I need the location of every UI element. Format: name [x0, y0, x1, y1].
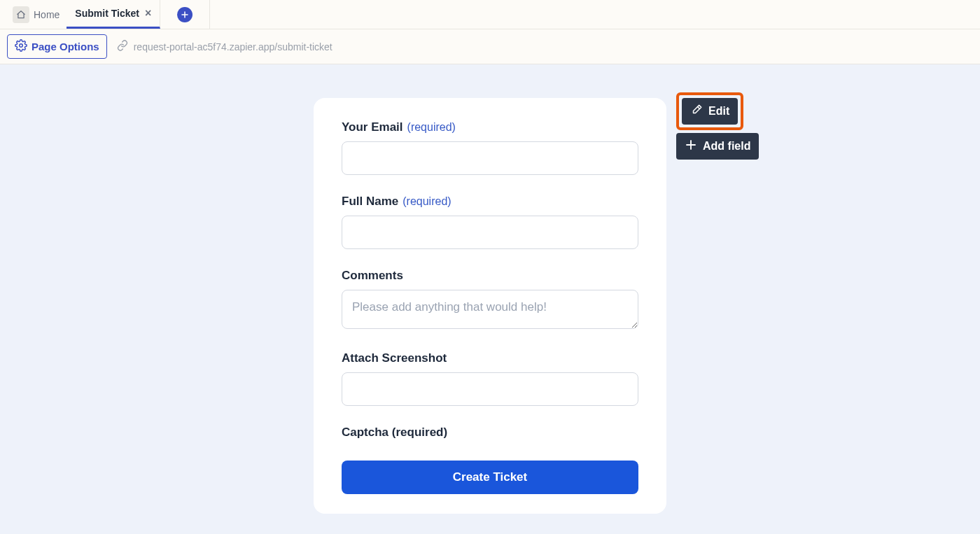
page-options-button[interactable]: Page Options	[7, 34, 107, 59]
field-label: Full Name	[342, 195, 398, 209]
toolbar: Page Options request-portal-ac5f74.zapie…	[0, 29, 980, 64]
create-ticket-button[interactable]: Create Ticket	[342, 461, 638, 494]
tab-active-label: Submit Ticket	[75, 8, 139, 19]
comments-textarea[interactable]	[342, 290, 638, 329]
field-label: Comments	[342, 269, 403, 283]
link-icon	[117, 40, 128, 53]
divider	[209, 0, 210, 29]
edit-button-highlight: Edit	[676, 92, 743, 130]
field-attach-screenshot: Attach Screenshot	[342, 351, 638, 406]
full-name-input[interactable]	[342, 216, 638, 249]
home-icon	[13, 6, 29, 23]
captcha-label: Captcha (required)	[342, 426, 638, 440]
field-label: Your Email	[342, 120, 403, 134]
page-options-label: Page Options	[31, 41, 99, 52]
required-label: (required)	[402, 195, 451, 208]
field-label: Attach Screenshot	[342, 351, 447, 365]
tab-home-label: Home	[34, 9, 59, 20]
field-comments: Comments	[342, 269, 638, 332]
gear-icon	[15, 39, 27, 54]
add-field-button[interactable]: Add field	[676, 133, 759, 160]
url-display: request-portal-ac5f74.zapier.app/submit-…	[117, 40, 332, 53]
add-field-label: Add field	[703, 140, 750, 153]
url-text: request-portal-ac5f74.zapier.app/submit-…	[134, 41, 332, 52]
add-tab-button[interactable]	[177, 7, 192, 22]
floating-actions: Edit Add field	[676, 92, 759, 160]
plus-icon	[685, 139, 697, 154]
close-icon[interactable]: ×	[145, 8, 151, 19]
svg-point-0	[20, 44, 23, 48]
canvas: Your Email (required) Full Name (require…	[0, 64, 980, 534]
tab-home[interactable]: Home	[6, 2, 66, 27]
your-email-input[interactable]	[342, 141, 638, 175]
field-your-email: Your Email (required)	[342, 120, 638, 175]
attach-screenshot-input[interactable]	[342, 372, 638, 406]
edit-button[interactable]: Edit	[682, 98, 738, 125]
tab-bar: Home Submit Ticket ×	[0, 0, 980, 29]
form-card: Your Email (required) Full Name (require…	[314, 98, 666, 514]
required-label: (required)	[407, 121, 456, 134]
pencil-icon	[690, 104, 703, 119]
tab-submit-ticket[interactable]: Submit Ticket ×	[66, 0, 160, 29]
edit-label: Edit	[708, 105, 729, 118]
field-full-name: Full Name (required)	[342, 195, 638, 249]
